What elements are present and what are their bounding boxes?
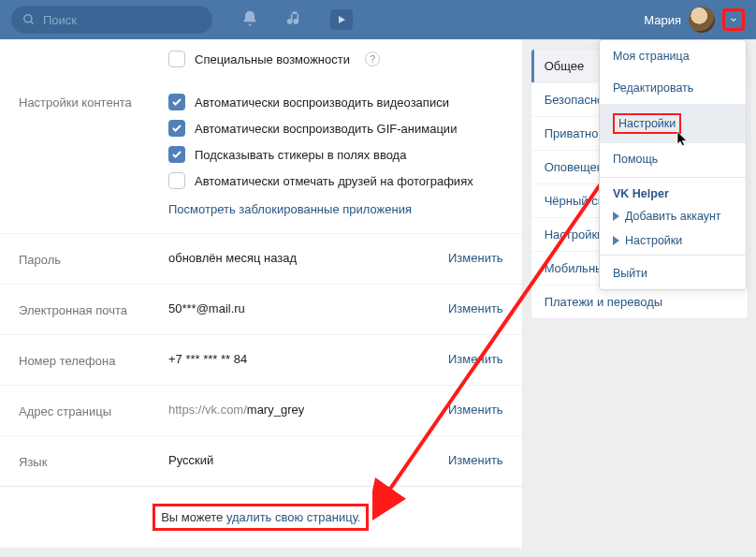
delete-page-link[interactable]: удалить свою страницу. [226,510,361,524]
tab-payments[interactable]: Платежи и переводы [531,286,748,318]
accessibility-label: Специальные возможности [195,52,350,66]
language-label: Язык [19,453,168,469]
password-change[interactable]: Изменить [448,251,503,265]
address-value: https://vk.com/mary_grey [168,403,448,417]
dd-helper-settings[interactable]: Настройки [600,228,746,253]
email-label: Электронная почта [19,301,168,317]
avatar[interactable] [689,7,715,33]
svg-point-0 [24,15,32,22]
address-label: Адрес страницы [19,403,168,418]
bell-icon[interactable] [240,9,259,31]
autoplay-video-label: Автоматически воспроизводить видеозаписи [195,95,449,110]
help-icon[interactable]: ? [365,51,380,66]
search-input[interactable]: Поиск [11,6,212,34]
cursor-icon [675,130,691,147]
row-accessibility: Специальные возможности? [0,39,522,77]
phone-value: +7 *** *** ** 84 [168,352,448,366]
play-triangle-icon [613,212,619,221]
row-email: Электронная почта 50***@mail.ru Изменить [0,285,522,335]
address-change[interactable]: Изменить [448,403,503,417]
phone-label: Номер телефона [19,352,168,368]
username: Мария [644,13,681,27]
stickers-label: Подсказывать стикеры в полях ввода [195,148,406,162]
checkbox-auto-tag[interactable] [168,172,185,189]
topbar: Поиск Мария [0,0,756,39]
autoplay-gif-label: Автоматически воспроизводить GIF-анимаци… [195,122,457,136]
dd-vkhelper-header: VK Helper [600,180,746,204]
password-value: обновлён месяц назад [168,251,448,265]
checkbox-autoplay-gif[interactable] [168,120,185,137]
language-value: Русский [168,453,448,467]
email-change[interactable]: Изменить [448,301,503,315]
email-value: 50***@mail.ru [168,301,448,315]
account-menu-button[interactable] [722,8,745,31]
svg-line-1 [31,22,34,24]
blocked-apps-link[interactable]: Посмотреть заблокированные приложения [168,202,503,216]
dd-add-account[interactable]: Добавить аккаунт [600,204,746,228]
phone-change[interactable]: Изменить [448,352,503,366]
checkbox-accessibility[interactable] [168,51,185,67]
password-label: Пароль [19,251,168,267]
top-right: Мария [644,7,745,33]
row-address: Адрес страницы https://vk.com/mary_grey … [0,386,522,436]
dd-separator [600,177,746,178]
dd-separator [600,255,746,256]
settings-content: Специальные возможности? Настройки конте… [0,39,523,548]
account-dropdown: Моя страница Редактировать Настройки Пом… [599,39,747,290]
dd-help[interactable]: Помощь [600,143,746,175]
search-placeholder: Поиск [43,13,77,27]
play-triangle-icon [613,236,619,245]
language-change[interactable]: Изменить [448,453,503,467]
row-phone: Номер телефона +7 *** *** ** 84 Изменить [0,335,522,386]
checkbox-autoplay-video[interactable] [168,94,185,110]
dd-settings[interactable]: Настройки [600,104,746,143]
row-language: Язык Русский Изменить [0,436,522,486]
music-icon[interactable] [285,9,304,31]
dd-edit[interactable]: Редактировать [600,72,746,104]
footer-text: Вы можете [161,510,226,524]
auto-tag-label: Автоматически отмечать друзей на фотогра… [195,174,473,188]
search-icon [22,13,36,26]
play-icon[interactable] [330,9,353,30]
footer: Вы можете удалить свою страницу. [0,486,522,548]
row-password: Пароль обновлён месяц назад Изменить [0,234,522,285]
dd-logout[interactable]: Выйти [600,257,746,289]
top-icons [240,9,353,31]
checkbox-stickers[interactable] [168,146,185,163]
row-content-settings: Настройки контента Автоматически воспрои… [0,77,522,234]
content-settings-label: Настройки контента [19,94,168,110]
dd-my-page[interactable]: Моя страница [600,40,746,72]
